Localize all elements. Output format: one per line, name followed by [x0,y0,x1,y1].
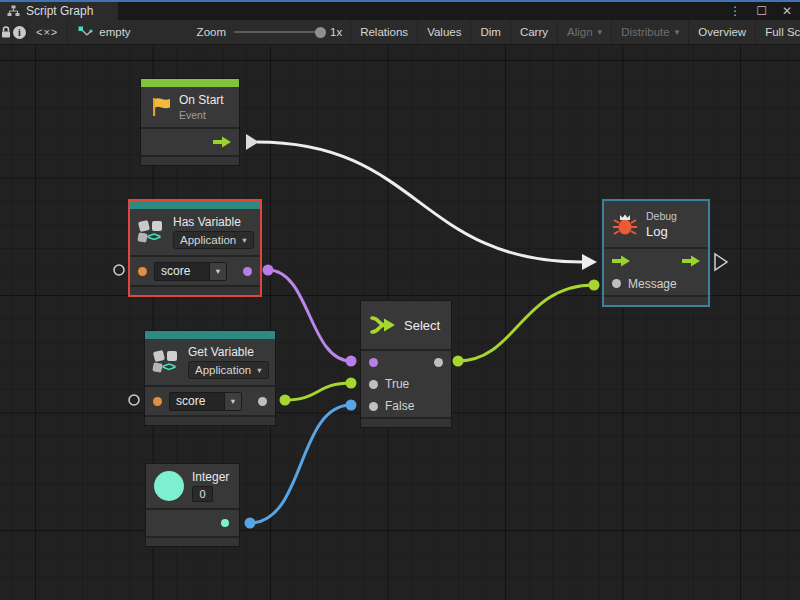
chevron-down-icon: ▾ [675,27,680,37]
node-footer [145,415,275,425]
tab-script-graph[interactable]: Script Graph [0,2,118,20]
selection-indicator: empty [68,20,140,44]
variable-name-input-port[interactable] [153,397,162,406]
close-icon[interactable]: ✕ [782,5,792,17]
variable-color-bar [145,331,275,339]
kebab-menu-icon[interactable]: ⋮ [729,5,741,17]
zoom-value: 1x [330,26,342,38]
chevron-down-icon: ▾ [257,365,261,375]
event-color-bar [141,79,239,87]
code-icon: <> [147,229,160,244]
full-screen-button[interactable]: Full Screen [756,20,800,44]
maximize-icon[interactable]: ☐ [756,5,767,17]
chevron-down-icon: ▾ [216,266,220,276]
tab-title: Script Graph [26,4,93,18]
distribute-button[interactable]: Distribute ▾ [612,20,689,44]
node-footer [361,417,451,427]
value-output-port[interactable] [258,397,267,406]
script-graph-window: Script Graph ⋮ ☐ ✕ i <×> empty [0,0,800,600]
zoom-slider[interactable] [234,31,322,33]
bool-output-port[interactable] [243,267,252,276]
integer-value-field[interactable]: 0 [192,486,213,502]
carry-button[interactable]: Carry [511,20,558,44]
flow-output-port[interactable] [682,255,700,267]
dim-button[interactable]: Dim [471,20,510,44]
variable-color-bar [130,201,260,209]
true-port-label: True [385,377,409,391]
node-has-variable[interactable]: <> Has Variable Application ▾ score ▾ [128,199,262,297]
node-select[interactable]: Select True False [360,300,452,428]
chevron-down-icon: ▾ [598,27,603,37]
values-button[interactable]: Values [418,20,471,44]
variable-scope-dropdown[interactable]: Application ▾ [188,361,269,379]
variable-scope-dropdown[interactable]: Application ▾ [173,231,254,249]
tab-strip: Script Graph ⋮ ☐ ✕ [0,2,800,20]
node-subtitle: Event [179,109,224,121]
variable-icon: <> [138,219,165,245]
info-icon: i [13,26,26,39]
flag-icon [149,96,171,118]
integer-output-port[interactable] [221,519,229,527]
graph-icon [7,5,20,17]
variable-name-field[interactable]: score [154,262,210,281]
zoom-label: Zoom [197,26,226,38]
lock-button[interactable] [0,20,13,44]
node-footer [141,155,239,165]
node-title: On Start [179,93,224,107]
node-title: Log [646,224,677,239]
node-title: Integer [192,470,229,484]
true-input-port[interactable] [369,380,378,389]
node-kind: Debug [646,210,677,222]
node-integer[interactable]: Integer 0 [145,463,240,547]
flow-input-port[interactable] [612,255,630,267]
condition-input-port[interactable] [369,358,378,367]
false-input-port[interactable] [369,402,378,411]
node-debug-log[interactable]: Debug Log Message [602,199,710,307]
node-on-start[interactable]: On Start Event [140,78,240,166]
chevron-down-icon: ▾ [242,235,246,245]
node-title: Get Variable [188,345,269,359]
variable-icon: <> [153,349,180,375]
variable-name-field[interactable]: score [169,392,225,411]
variable-name-input-port[interactable] [138,267,147,276]
node-title: Select [404,318,440,333]
window-controls: ⋮ ☐ ✕ [729,2,800,20]
false-port-label: False [385,399,414,413]
code-view-icon: <×> [36,26,58,38]
code-view-button[interactable]: <×> [27,20,68,44]
graph-toolbar: i <×> empty Zoom 1x Relations Values Dim… [0,20,800,45]
zoom-control: Zoom 1x [141,20,352,44]
relations-button[interactable]: Relations [351,20,418,44]
integer-type-icon [154,471,184,501]
node-footer [130,285,260,295]
zoom-slider-handle[interactable] [315,27,326,38]
selection-icon [78,26,93,39]
chevron-down-icon: ▾ [231,396,235,406]
info-button[interactable]: i [13,20,27,44]
align-button[interactable]: Align ▾ [558,20,612,44]
variable-name-dropdown[interactable]: ▾ [225,392,242,411]
node-get-variable[interactable]: <> Get Variable Application ▾ score ▾ [144,330,276,426]
node-footer [146,536,239,546]
flow-output-port[interactable] [213,136,231,148]
bug-icon [612,211,638,237]
select-icon [369,314,396,336]
lock-icon [0,25,12,39]
overview-button[interactable]: Overview [689,20,756,44]
selection-status: empty [99,26,130,38]
selection-output-port[interactable] [434,358,443,367]
code-icon: <> [162,359,175,374]
message-input-port[interactable] [612,279,621,288]
message-port-label: Message [628,277,677,291]
node-footer [604,295,708,305]
node-title: Has Variable [173,215,254,229]
variable-name-dropdown[interactable]: ▾ [210,262,227,281]
